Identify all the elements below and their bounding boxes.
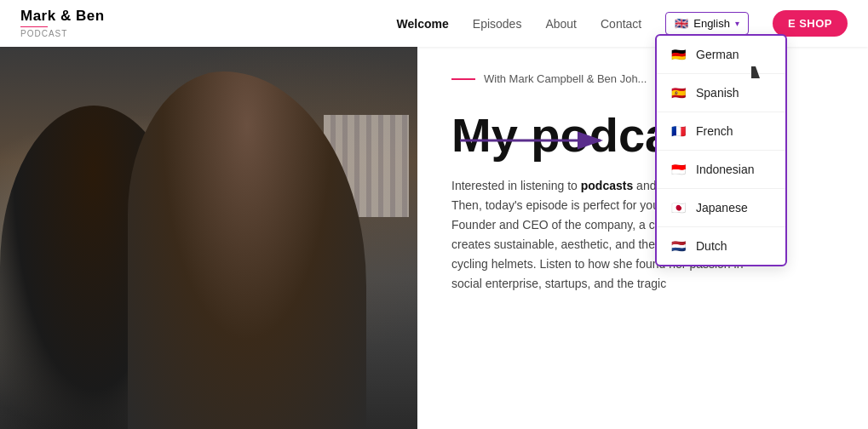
dutch-flag-icon: 🇳🇱 — [669, 237, 687, 255]
logo-subtitle: Podcast — [20, 29, 105, 38]
language-dropdown: 🇩🇪 German 🇪🇸 Spanish 🇫🇷 French 🇮🇩 Indone… — [655, 34, 787, 266]
lang-item-french[interactable]: 🇫🇷 French — [657, 112, 785, 151]
logo: Mark & Ben Podcast — [20, 9, 105, 38]
shop-button[interactable]: E SHOP — [773, 10, 848, 37]
hero-image — [0, 47, 417, 429]
lang-item-dutch[interactable]: 🇳🇱 Dutch — [657, 227, 785, 265]
desc-part1: Interested in listening to — [451, 179, 581, 192]
french-label: French — [696, 124, 733, 138]
chevron-down-icon: ▾ — [735, 19, 739, 28]
main-nav: Welcome Episodes About Contact 🇬🇧 Englis… — [397, 10, 848, 37]
nav-welcome[interactable]: Welcome — [397, 17, 449, 31]
spanish-label: Spanish — [696, 86, 739, 100]
german-flag-icon: 🇩🇪 — [669, 45, 687, 64]
indonesian-flag-icon: 🇮🇩 — [669, 160, 687, 179]
subtitle-text: With Mark Campbell & Ben Joh... — [484, 72, 647, 85]
japanese-flag-icon: 🇯🇵 — [669, 198, 687, 217]
language-button[interactable]: 🇬🇧 English ▾ — [665, 12, 749, 35]
lang-item-german[interactable]: 🇩🇪 German — [657, 36, 785, 74]
logo-divider — [20, 26, 48, 28]
japanese-label: Japanese — [696, 201, 748, 214]
subtitle-bar — [451, 78, 475, 80]
nav-about[interactable]: About — [545, 17, 577, 31]
lang-item-indonesian[interactable]: 🇮🇩 Indonesian — [657, 151, 785, 189]
lang-label: English — [693, 17, 730, 30]
main-content: With Mark Campbell & Ben Joh... My podca… — [417, 47, 868, 429]
german-label: German — [696, 48, 739, 61]
french-flag-icon: 🇫🇷 — [669, 122, 687, 140]
nav-episodes[interactable]: Episodes — [473, 17, 522, 31]
lang-flag-icon: 🇬🇧 — [675, 17, 688, 30]
lang-item-spanish[interactable]: 🇪🇸 Spanish — [657, 74, 785, 112]
indonesian-label: Indonesian — [696, 163, 755, 176]
lang-item-japanese[interactable]: 🇯🇵 Japanese — [657, 189, 785, 227]
dutch-label: Dutch — [696, 239, 727, 253]
nav-contact[interactable]: Contact — [601, 17, 641, 31]
logo-name: Mark & Ben — [20, 9, 105, 25]
desc-bold: podcasts — [581, 179, 633, 192]
spanish-flag-icon: 🇪🇸 — [669, 83, 687, 102]
